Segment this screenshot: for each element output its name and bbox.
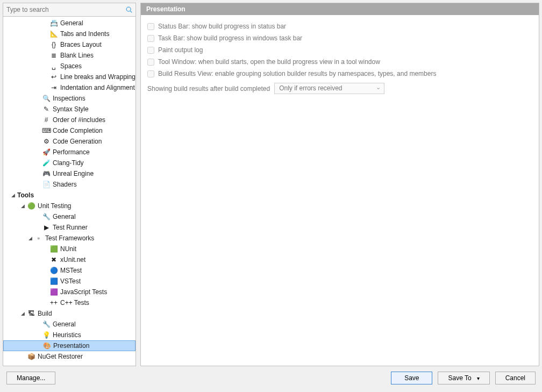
tree-item[interactable]: ◢▫Test Frameworks: [3, 233, 136, 244]
tree-item-label: Test Runner: [53, 224, 88, 231]
tree-item[interactable]: 📄Shaders: [3, 179, 136, 190]
tree-item-label: Performance: [53, 148, 90, 156]
item-icon: 📦: [27, 352, 35, 361]
tree-item[interactable]: 🚀Performance: [3, 147, 136, 158]
tree-item-label: Clang-Tidy: [53, 159, 84, 167]
tree-item[interactable]: ◢Tools: [3, 190, 136, 201]
option-row: Build Results View: enable grouping solu…: [147, 68, 532, 80]
item-icon: ✖: [49, 255, 58, 264]
twisty-icon: [34, 332, 41, 338]
item-icon: ++: [49, 298, 58, 307]
twisty-icon: [42, 52, 48, 59]
tree-item-label: Build: [38, 310, 52, 317]
search-row: [3, 3, 136, 17]
tree-item-label: Presentation: [53, 342, 89, 350]
tree-item-label: General: [60, 19, 83, 27]
item-icon: ✎: [42, 105, 51, 113]
twisty-icon[interactable]: ◢: [19, 310, 26, 317]
option-checkbox[interactable]: [147, 59, 154, 66]
item-icon: 🚀: [42, 148, 51, 156]
item-icon: 📇: [49, 19, 58, 27]
twisty-icon[interactable]: ◢: [19, 203, 26, 209]
search-input[interactable]: [5, 4, 125, 15]
tree-item[interactable]: ␣Spaces: [3, 61, 136, 72]
tree-item[interactable]: 🔧General: [3, 211, 136, 222]
item-icon: 📐: [49, 30, 58, 38]
settings-tree[interactable]: 📇General📐Tabs and Indents{}Braces Layout…: [3, 17, 136, 366]
item-icon: 🔧: [42, 320, 51, 329]
item-icon: 🎨: [42, 341, 51, 350]
tree-item[interactable]: ⌨Code Completion: [3, 125, 136, 136]
tree-item[interactable]: ⚙Code Generation: [3, 136, 136, 147]
twisty-icon: [19, 353, 26, 360]
item-icon: ⚙: [42, 137, 51, 146]
tree-item[interactable]: ++C++ Tests: [3, 297, 136, 308]
tree-item[interactable]: ✖xUnit.net: [3, 254, 136, 265]
tree-item-label: Tabs and Indents: [60, 30, 109, 38]
item-icon: 🟦: [49, 277, 58, 286]
tree-item[interactable]: 🎨Presentation: [3, 340, 136, 351]
item-icon: 🔵: [49, 266, 58, 275]
tree-item-label: Code Completion: [53, 127, 103, 134]
tree-item[interactable]: ≣Blank Lines: [3, 50, 136, 61]
tree-item-label: Tools: [17, 191, 34, 199]
option-row: Tool Window: when build starts, open the…: [147, 56, 532, 68]
tree-item[interactable]: ↩Line breaks and Wrapping: [3, 72, 136, 82]
tree-item[interactable]: 🟩NUnit: [3, 244, 136, 254]
tree-item[interactable]: 🔵MSTest: [3, 265, 136, 276]
build-results-combo[interactable]: Only if errors received: [274, 83, 384, 94]
search-icon[interactable]: [125, 5, 133, 14]
item-icon: 🏗: [27, 309, 35, 318]
option-checkbox[interactable]: [147, 47, 154, 54]
tree-item[interactable]: 📐Tabs and Indents: [3, 28, 136, 39]
save-button[interactable]: Save: [391, 372, 432, 384]
item-icon: ▫: [34, 234, 43, 243]
item-icon: 📄: [42, 180, 51, 189]
item-icon: 🔍: [42, 94, 51, 103]
tree-item[interactable]: ✎Syntax Style: [3, 104, 136, 115]
tree-item[interactable]: ⇥Indentation and Alignment: [3, 82, 136, 93]
tree-item[interactable]: 🔧General: [3, 319, 136, 330]
tree-item[interactable]: #Order of #includes: [3, 115, 136, 125]
twisty-icon: [42, 84, 48, 91]
twisty-icon: [42, 278, 48, 284]
tree-item[interactable]: 📦NuGet Restorer: [3, 351, 136, 362]
save-to-button[interactable]: Save To: [438, 372, 489, 384]
tree-item[interactable]: 📇General: [3, 18, 136, 28]
content-pane: Presentation Status Bar: show build prog…: [140, 3, 539, 366]
tree-item[interactable]: ◢🟢Unit Testing: [3, 201, 136, 211]
tree-item-label: xUnit.net: [60, 256, 85, 263]
option-checkbox[interactable]: [147, 70, 154, 77]
tree-item-label: Test Frameworks: [45, 234, 94, 242]
item-icon: ↩: [49, 73, 58, 81]
twisty-icon: [34, 138, 41, 145]
tree-item[interactable]: 🎮Unreal Engine: [3, 168, 136, 179]
tree-item[interactable]: 🧪Clang-Tidy: [3, 158, 136, 168]
item-icon: #: [42, 116, 51, 124]
tree-item[interactable]: 🟦VSTest: [3, 276, 136, 287]
item-icon: ≣: [49, 51, 58, 60]
tree-item[interactable]: ▶Test Runner: [3, 222, 136, 233]
tree-item[interactable]: ◢🏗Build: [3, 308, 136, 319]
item-icon: 🔧: [42, 212, 51, 221]
tree-item-label: Code Generation: [53, 138, 102, 145]
tree-item-label: Braces Layout: [60, 41, 102, 48]
twisty-icon[interactable]: ◢: [10, 192, 16, 198]
tree-item-label: NUnit: [60, 245, 76, 253]
twisty-icon: [34, 106, 41, 112]
cancel-button[interactable]: Cancel: [495, 372, 536, 384]
twisty-icon: [34, 170, 41, 177]
twisty-icon: [42, 256, 48, 263]
twisty-icon[interactable]: ◢: [27, 235, 33, 241]
tree-item[interactable]: 🔍Inspections: [3, 93, 136, 104]
item-icon: {}: [49, 40, 58, 49]
option-checkbox[interactable]: [147, 23, 154, 30]
tree-item-label: Unit Testing: [38, 202, 71, 210]
twisty-icon: [34, 149, 41, 155]
tree-item[interactable]: 🟪JavaScript Tests: [3, 287, 136, 297]
option-checkbox[interactable]: [147, 35, 154, 42]
tree-item[interactable]: 💡Heuristics: [3, 330, 136, 340]
manage-button[interactable]: Manage...: [6, 372, 55, 384]
twisty-icon: [34, 160, 41, 166]
tree-item[interactable]: {}Braces Layout: [3, 39, 136, 50]
